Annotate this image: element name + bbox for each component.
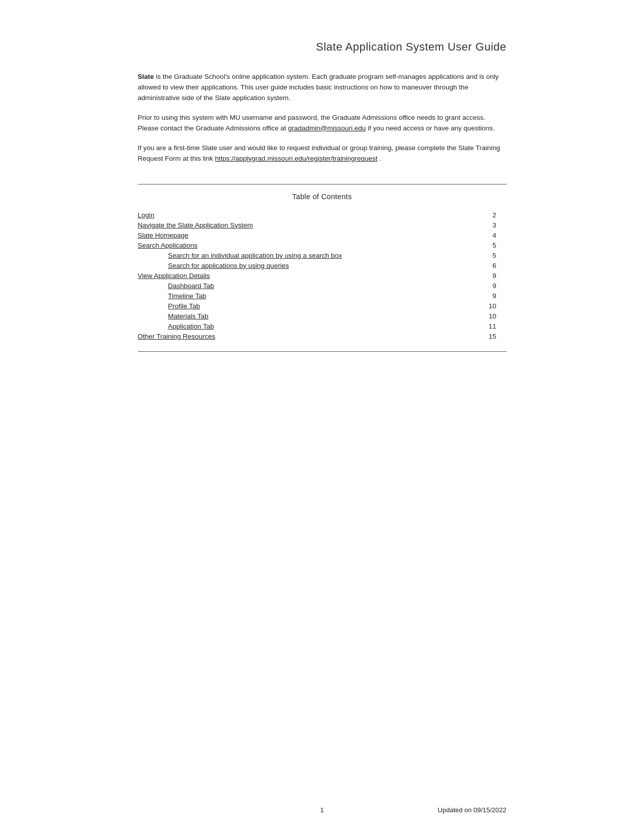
toc-page-homepage: 4 [451, 230, 507, 240]
table-of-contents: Table of Contents Login 2 Navigate the S… [138, 184, 507, 352]
intro-section: Slate is the Graduate School's online ap… [138, 72, 507, 164]
toc-row-search-apps: Search Applications 5 [138, 240, 507, 250]
toc-label-login: Login [138, 210, 452, 220]
toc-row-search-queries: Search for applications by using queries… [138, 260, 507, 270]
toc-label-homepage: Slate Homepage [138, 230, 452, 240]
toc-label-view-details: View Application Details [138, 270, 452, 281]
toc-label-dashboard: Dashboard Tab [138, 281, 452, 291]
toc-link-homepage[interactable]: Slate Homepage [138, 231, 189, 239]
toc-link-profile[interactable]: Profile Tab [168, 302, 201, 310]
toc-label-materials: Materials Tab [138, 311, 452, 321]
toc-page-search-apps: 5 [451, 240, 507, 250]
page-title: Slate Application System User Guide [138, 40, 507, 54]
toc-row-materials: Materials Tab 10 [138, 311, 507, 321]
toc-row-homepage: Slate Homepage 4 [138, 230, 507, 240]
toc-page-search-individual: 5 [451, 250, 507, 260]
toc-page-profile: 10 [451, 301, 507, 311]
page-container: Slate Application System User Guide Slat… [108, 0, 537, 834]
intro-paragraph-1: Slate is the Graduate School's online ap… [138, 72, 507, 104]
toc-row-other-resources: Other Training Resources 15 [138, 331, 507, 341]
toc-row-dashboard: Dashboard Tab 9 [138, 281, 507, 291]
toc-label-navigate: Navigate the Slate Application System [138, 220, 452, 230]
toc-label-other-resources: Other Training Resources [138, 331, 452, 341]
intro-paragraph-3: If you are a first-time Slate user and w… [138, 143, 507, 164]
toc-link-navigate[interactable]: Navigate the Slate Application System [138, 221, 253, 229]
toc-link-search-apps[interactable]: Search Applications [138, 242, 198, 249]
page-number: 1 [320, 806, 324, 814]
toc-link-login[interactable]: Login [138, 211, 155, 219]
toc-row-search-individual: Search for an individual application by … [138, 250, 507, 260]
toc-page-materials: 10 [451, 311, 507, 321]
gradadmin-email-link[interactable]: gradadmin@missouri.edu [288, 124, 366, 132]
toc-link-timeline[interactable]: Timeline Tab [168, 292, 207, 300]
toc-label-profile: Profile Tab [138, 301, 452, 311]
toc-row-view-details: View Application Details 9 [138, 270, 507, 281]
toc-label-application: Application Tab [138, 321, 452, 331]
toc-link-materials[interactable]: Materials Tab [168, 312, 209, 320]
toc-page-view-details: 9 [451, 270, 507, 281]
toc-link-search-individual[interactable]: Search for an individual application by … [168, 252, 342, 259]
toc-link-dashboard[interactable]: Dashboard Tab [168, 282, 214, 290]
footer-updated: Updated on 09/15/2022 [438, 806, 507, 814]
page-footer: 1 Updated on 09/15/2022 [138, 806, 507, 814]
training-request-link[interactable]: https://applygrad.missouri.edu/register/… [215, 155, 378, 162]
toc-page-navigate: 3 [451, 220, 507, 230]
intro-paragraph-2: Prior to using this system with MU usern… [138, 113, 507, 134]
intro-p3-after: . [379, 155, 381, 162]
toc-label-timeline: Timeline Tab [138, 291, 452, 301]
toc-page-timeline: 9 [451, 291, 507, 301]
toc-row-timeline: Timeline Tab 9 [138, 291, 507, 301]
toc-row-profile: Profile Tab 10 [138, 301, 507, 311]
toc-link-view-details[interactable]: View Application Details [138, 272, 210, 280]
toc-label-search-queries: Search for applications by using queries [138, 260, 452, 270]
toc-label-search-apps: Search Applications [138, 240, 452, 250]
toc-link-search-queries[interactable]: Search for applications by using queries [168, 262, 289, 269]
toc-page-search-queries: 6 [451, 260, 507, 270]
toc-label-search-individual: Search for an individual application by … [138, 250, 452, 260]
toc-row-login: Login 2 [138, 210, 507, 220]
toc-page-login: 2 [451, 210, 507, 220]
toc-title: Table of Contents [138, 193, 507, 201]
toc-page-application: 11 [451, 321, 507, 331]
toc-table: Login 2 Navigate the Slate Application S… [138, 210, 507, 341]
toc-link-other-resources[interactable]: Other Training Resources [138, 333, 216, 340]
toc-row-application: Application Tab 11 [138, 321, 507, 331]
toc-page-other-resources: 15 [451, 331, 507, 341]
slate-bold: Slate [138, 73, 154, 80]
intro-p2-after: if you need access or have any questions… [368, 124, 494, 132]
toc-row-navigate: Navigate the Slate Application System 3 [138, 220, 507, 230]
toc-page-dashboard: 9 [451, 281, 507, 291]
toc-link-application[interactable]: Application Tab [168, 322, 214, 330]
intro-p1-text: is the Graduate School's online applicat… [138, 73, 499, 102]
